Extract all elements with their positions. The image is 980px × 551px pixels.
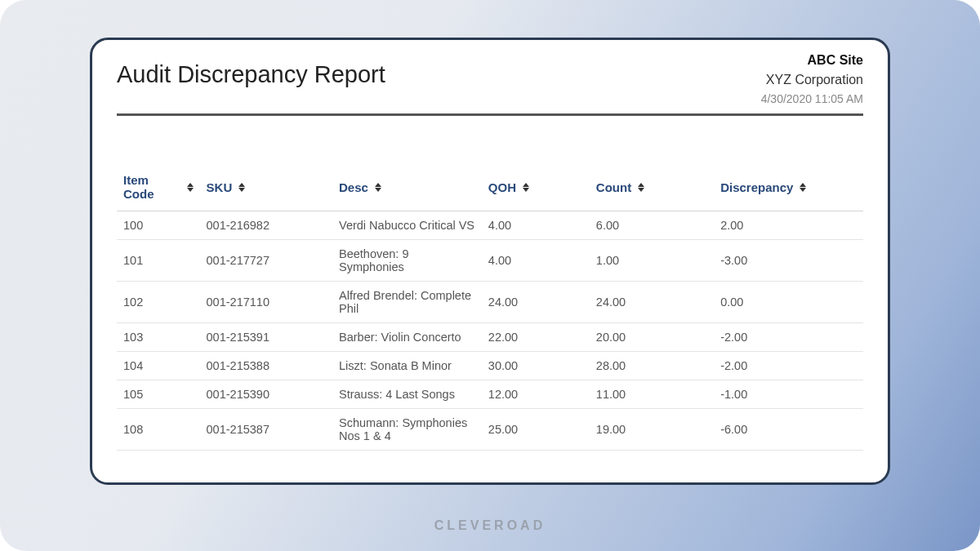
- cell-count: 20.00: [590, 323, 714, 352]
- table-row: 108001-215387Schumann: Symphonies Nos 1 …: [117, 409, 863, 451]
- cell-sku: 001-215387: [200, 409, 332, 451]
- cell-count: 24.00: [590, 282, 714, 323]
- page-canvas: Audit Discrepancy Report ABC Site XYZ Co…: [0, 0, 980, 551]
- svg-marker-11: [800, 188, 806, 192]
- table-body: 100001-216982Verdi Nabucco Critical VS4.…: [117, 211, 863, 451]
- cell-qoh: 30.00: [482, 352, 590, 380]
- table-row: 101001-217727Beethoven: 9 Symphonies4.00…: [117, 240, 863, 282]
- cell-count: 1.00: [590, 240, 714, 282]
- svg-marker-7: [523, 188, 529, 192]
- svg-marker-5: [375, 188, 381, 192]
- cell-sku: 001-216982: [200, 211, 332, 240]
- svg-marker-2: [238, 183, 245, 187]
- col-header-qoh[interactable]: QOH: [482, 167, 590, 211]
- cell-discrepancy: -3.00: [714, 240, 863, 282]
- cell-discrepancy: -6.00: [714, 409, 863, 451]
- cell-discrepancy: 0.00: [714, 282, 863, 323]
- svg-marker-1: [187, 188, 194, 192]
- cell-item_code: 100: [117, 211, 200, 240]
- col-header-discrepancy[interactable]: Discrepancy: [714, 167, 863, 211]
- cell-desc: Alfred Brendel: Complete Phil: [332, 282, 482, 323]
- table-header-row: Item Code SKU: [117, 167, 863, 211]
- table-row: 102001-217110Alfred Brendel: Complete Ph…: [117, 282, 863, 323]
- cell-desc: Liszt: Sonata B Minor: [332, 352, 482, 380]
- table-row: 105001-215390Strauss: 4 Last Songs12.001…: [117, 380, 863, 409]
- cell-sku: 001-215388: [200, 352, 332, 380]
- report-title: Audit Discrepancy Report: [117, 53, 385, 88]
- cell-desc: Strauss: 4 Last Songs: [332, 380, 482, 409]
- sort-icon[interactable]: [523, 183, 529, 192]
- cell-sku: 001-215391: [200, 323, 332, 352]
- sort-icon[interactable]: [187, 183, 194, 192]
- cell-discrepancy: -2.00: [714, 323, 863, 352]
- table-row: 104001-215388Liszt: Sonata B Minor30.002…: [117, 352, 863, 380]
- svg-marker-10: [800, 183, 806, 187]
- cell-item_code: 108: [117, 409, 200, 451]
- report-header: Audit Discrepancy Report ABC Site XYZ Co…: [117, 53, 863, 105]
- cell-item_code: 104: [117, 352, 200, 380]
- cell-count: 6.00: [590, 211, 714, 240]
- cell-desc: Beethoven: 9 Symphonies: [332, 240, 482, 282]
- report-table: Item Code SKU: [117, 167, 863, 451]
- svg-marker-8: [638, 183, 644, 187]
- cell-sku: 001-217110: [200, 282, 332, 323]
- col-header-desc[interactable]: Desc: [332, 167, 482, 211]
- col-label: Desc: [339, 180, 368, 194]
- sort-icon[interactable]: [375, 183, 381, 192]
- sort-icon[interactable]: [238, 183, 245, 192]
- header-divider: [117, 113, 863, 116]
- cell-qoh: 22.00: [482, 323, 590, 352]
- cell-qoh: 4.00: [482, 211, 590, 240]
- cell-item_code: 102: [117, 282, 200, 323]
- col-header-item-code[interactable]: Item Code: [117, 167, 200, 211]
- col-label: Item Code: [123, 173, 180, 201]
- svg-marker-3: [238, 188, 245, 192]
- cell-sku: 001-215390: [200, 380, 332, 409]
- cell-qoh: 25.00: [482, 409, 590, 451]
- col-header-sku[interactable]: SKU: [200, 167, 332, 211]
- col-label: SKU: [207, 180, 233, 194]
- cell-qoh: 4.00: [482, 240, 590, 282]
- cell-count: 19.00: [590, 409, 714, 451]
- cell-count: 11.00: [590, 380, 714, 409]
- col-label: Count: [596, 180, 631, 194]
- svg-marker-9: [638, 188, 644, 192]
- sort-icon[interactable]: [800, 183, 806, 192]
- cell-discrepancy: -2.00: [714, 352, 863, 380]
- svg-marker-6: [523, 183, 529, 187]
- organization-name: XYZ Corporation: [761, 73, 863, 87]
- table-row: 100001-216982Verdi Nabucco Critical VS4.…: [117, 211, 863, 240]
- cell-desc: Schumann: Symphonies Nos 1 & 4: [332, 409, 482, 451]
- svg-marker-4: [375, 183, 381, 187]
- cell-sku: 001-217727: [200, 240, 332, 282]
- footer-brand: CLEVEROAD: [0, 518, 980, 533]
- cell-qoh: 12.00: [482, 380, 590, 409]
- cell-item_code: 105: [117, 380, 200, 409]
- svg-marker-0: [187, 183, 194, 187]
- col-label: QOH: [488, 180, 516, 194]
- col-label: Discrepancy: [720, 180, 793, 194]
- report-table-wrap: Item Code SKU: [117, 167, 863, 451]
- cell-desc: Verdi Nabucco Critical VS: [332, 211, 482, 240]
- cell-item_code: 101: [117, 240, 200, 282]
- report-timestamp: 4/30/2020 11:05 AM: [761, 92, 863, 105]
- cell-desc: Barber: Violin Concerto: [332, 323, 482, 352]
- report-window: Audit Discrepancy Report ABC Site XYZ Co…: [90, 38, 890, 485]
- cell-qoh: 24.00: [482, 282, 590, 323]
- cell-item_code: 103: [117, 323, 200, 352]
- org-block: ABC Site XYZ Corporation 4/30/2020 11:05…: [761, 53, 863, 105]
- cell-discrepancy: -1.00: [714, 380, 863, 409]
- col-header-count[interactable]: Count: [590, 167, 714, 211]
- table-row: 103001-215391Barber: Violin Concerto22.0…: [117, 323, 863, 352]
- cell-count: 28.00: [590, 352, 714, 380]
- site-name: ABC Site: [761, 53, 863, 68]
- cell-discrepancy: 2.00: [714, 211, 863, 240]
- sort-icon[interactable]: [638, 183, 644, 192]
